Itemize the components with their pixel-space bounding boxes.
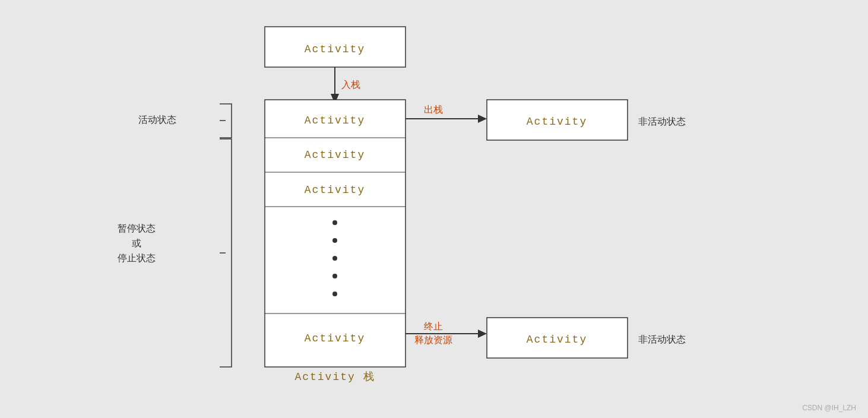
svg-point-15 (332, 238, 337, 243)
svg-text:非活动状态: 非活动状态 (638, 116, 686, 126)
svg-text:释放资源: 释放资源 (414, 335, 452, 345)
diagram-container: Activity 入栈 Activity Activity Activity A… (0, 0, 868, 418)
watermark: CSDN @IH_LZH (802, 404, 856, 412)
svg-text:终止: 终止 (424, 321, 443, 331)
svg-text:Activity: Activity (527, 116, 587, 128)
svg-text:Activity: Activity (305, 115, 365, 126)
svg-text:Activity: Activity (527, 334, 587, 346)
svg-point-14 (332, 220, 337, 225)
svg-text:或: 或 (132, 238, 141, 248)
svg-point-16 (332, 256, 337, 261)
svg-text:Activity 栈: Activity 栈 (294, 371, 375, 383)
svg-text:Activity: Activity (305, 184, 365, 196)
svg-text:Activity: Activity (305, 332, 365, 344)
svg-text:活动状态: 活动状态 (138, 115, 176, 125)
svg-rect-0 (0, 0, 868, 418)
svg-text:停止状态: 停止状态 (118, 253, 156, 263)
svg-text:Activity: Activity (305, 43, 365, 55)
svg-text:出栈: 出栈 (424, 104, 443, 115)
svg-point-18 (332, 292, 337, 296)
svg-rect-6 (265, 100, 406, 367)
svg-text:入栈: 入栈 (341, 80, 360, 90)
svg-text:Activity: Activity (305, 149, 365, 161)
svg-point-17 (332, 274, 337, 278)
svg-text:非活动状态: 非活动状态 (638, 334, 686, 344)
svg-text:暂停状态: 暂停状态 (118, 223, 156, 233)
